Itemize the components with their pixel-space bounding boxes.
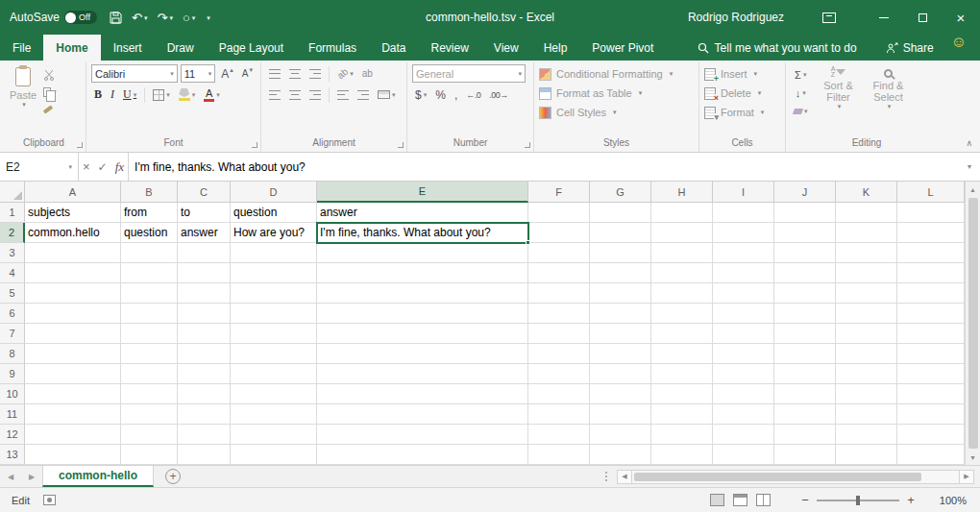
borders-button[interactable]: ▾ (150, 85, 173, 104)
cell-A2[interactable]: common.hello (25, 223, 121, 243)
cell-L8[interactable] (897, 344, 965, 364)
sheet-tab-common-hello[interactable]: common-hello (42, 466, 154, 487)
cell-B6[interactable] (121, 304, 178, 324)
ribbon-tab-file[interactable]: File (0, 35, 43, 61)
cell-H12[interactable] (651, 425, 713, 445)
select-all-corner[interactable] (0, 182, 25, 203)
cell-G3[interactable] (590, 243, 651, 263)
cell-C11[interactable] (178, 404, 231, 425)
cell-E11[interactable] (317, 404, 528, 425)
cell-L1[interactable] (897, 203, 965, 223)
cell-F4[interactable] (528, 263, 590, 283)
cell-B12[interactable] (121, 425, 178, 445)
cell-C13[interactable] (178, 445, 231, 465)
row-header-7[interactable]: 7 (0, 324, 25, 344)
fill-color-button[interactable]: ▾ (176, 85, 199, 104)
cell-L11[interactable] (897, 404, 965, 425)
font-dialog-launcher[interactable] (252, 142, 257, 148)
redo-button[interactable]: ↷▾ (157, 12, 172, 24)
cell-J13[interactable] (774, 445, 836, 465)
zoom-out-button[interactable]: − (796, 493, 815, 507)
cell-L6[interactable] (897, 304, 965, 324)
row-header-6[interactable]: 6 (0, 304, 25, 324)
cell-D6[interactable] (231, 304, 317, 324)
cell-H6[interactable] (651, 304, 713, 324)
cell-B9[interactable] (121, 364, 178, 384)
cell-D3[interactable] (231, 243, 317, 263)
cell-E12[interactable] (317, 425, 528, 445)
cell-J2[interactable] (774, 223, 836, 243)
cell-H11[interactable] (651, 404, 713, 425)
clear-button[interactable]: ▾ (791, 103, 811, 119)
row-header-8[interactable]: 8 (0, 344, 25, 364)
cell-J11[interactable] (774, 404, 836, 425)
cell-G10[interactable] (590, 384, 651, 404)
cell-F10[interactable] (528, 384, 590, 404)
cell-L13[interactable] (897, 445, 965, 465)
cell-C2[interactable]: answer (178, 223, 231, 243)
cell-G13[interactable] (590, 445, 651, 465)
font-size-select[interactable]: 11▾ (181, 64, 216, 83)
cell-H5[interactable] (651, 283, 713, 304)
underline-button[interactable]: U▾ (120, 85, 139, 104)
cell-E3[interactable] (317, 243, 528, 263)
cell-E6[interactable] (317, 304, 528, 324)
alignment-dialog-launcher[interactable] (398, 142, 404, 148)
cell-G1[interactable] (590, 203, 651, 223)
column-header-C[interactable]: C (178, 182, 231, 203)
percent-style-button[interactable]: % (432, 85, 449, 104)
cell-H9[interactable] (651, 364, 713, 384)
cell-E5[interactable] (317, 283, 528, 304)
collapse-ribbon-button[interactable]: ∧ (966, 138, 972, 148)
number-format-select[interactable]: General▾ (412, 64, 526, 83)
feedback-smiley-icon[interactable]: ☺ (951, 35, 967, 61)
column-header-L[interactable]: L (897, 182, 965, 203)
hscroll-left-icon[interactable]: ◀ (617, 470, 632, 484)
cell-H8[interactable] (651, 344, 713, 364)
cell-D7[interactable] (231, 324, 317, 344)
row-header-3[interactable]: 3 (0, 243, 25, 263)
cell-K12[interactable] (836, 425, 897, 445)
row-header-9[interactable]: 9 (0, 364, 25, 384)
cell-B13[interactable] (121, 445, 178, 465)
cell-I1[interactable] (713, 203, 774, 223)
cell-H7[interactable] (651, 324, 713, 344)
cell-F7[interactable] (528, 324, 590, 344)
row-header-11[interactable]: 11 (0, 404, 25, 425)
cell-A12[interactable] (25, 425, 121, 445)
cut-button[interactable] (43, 68, 57, 82)
cell-E13[interactable] (317, 445, 528, 465)
align-right-button[interactable] (306, 85, 324, 104)
comma-style-button[interactable]: , (452, 85, 460, 104)
autosave-toggle[interactable]: AutoSave Off (10, 11, 97, 24)
cell-A6[interactable] (25, 304, 121, 324)
cell-G2[interactable] (590, 223, 651, 243)
cell-C4[interactable] (178, 263, 231, 283)
autosum-button[interactable]: Σ▾ (791, 66, 811, 83)
column-header-G[interactable]: G (590, 182, 651, 203)
cell-C12[interactable] (178, 425, 231, 445)
cell-J6[interactable] (774, 304, 836, 324)
cell-K5[interactable] (836, 283, 897, 304)
cell-D1[interactable]: question (231, 203, 317, 223)
cell-B4[interactable] (121, 263, 178, 283)
zoom-slider[interactable] (817, 500, 899, 501)
format-as-table-button[interactable]: Format as Table▾ (539, 84, 694, 103)
enter-button[interactable]: ✓ (98, 160, 108, 174)
qat-customize-button[interactable]: ▾ (205, 14, 210, 21)
cell-L12[interactable] (897, 425, 965, 445)
cell-H1[interactable] (651, 203, 713, 223)
cell-F8[interactable] (528, 344, 590, 364)
align-left-button[interactable] (266, 85, 283, 104)
column-header-A[interactable]: A (25, 182, 121, 203)
ribbon-display-options-button[interactable] (822, 12, 836, 23)
cell-A3[interactable] (25, 243, 121, 263)
font-name-select[interactable]: Calibri▾ (91, 64, 178, 83)
row-header-4[interactable]: 4 (0, 263, 25, 283)
tell-me-box[interactable]: Tell me what you want to do (698, 35, 857, 61)
cell-D11[interactable] (231, 404, 317, 425)
orientation-button[interactable]: ab▾ (334, 64, 356, 83)
vertical-scrollbar[interactable]: ▲ ▼ (965, 182, 980, 465)
cell-L10[interactable] (897, 384, 965, 404)
cell-K2[interactable] (836, 223, 897, 243)
